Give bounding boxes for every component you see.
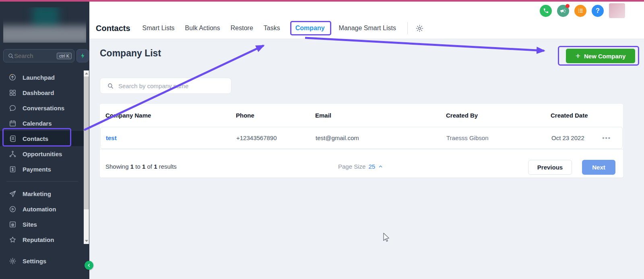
page-title: Contacts — [96, 24, 130, 33]
marketing-icon — [8, 190, 17, 198]
tab-company[interactable]: Company — [295, 25, 325, 32]
contacts-icon — [8, 134, 17, 143]
notification-badge — [566, 4, 570, 8]
sidebar-collapse-button[interactable] — [85, 261, 93, 270]
sidebar-item-contacts[interactable]: Contacts — [0, 131, 84, 146]
tab-smart-lists[interactable]: Smart Lists — [142, 25, 175, 32]
sidebar-item-label: Launchpad — [23, 74, 55, 81]
cell-email: test@gmail.com — [316, 127, 359, 149]
sidebar-item-label: Conversations — [23, 105, 64, 112]
avatar-blur — [609, 3, 625, 18]
table-footer: Showing 1 to 1 of 1 results Page Size 25… — [100, 149, 623, 178]
sidebar-item-dashboard[interactable]: Dashboard — [0, 85, 84, 100]
question-mark-icon: ? — [596, 7, 600, 14]
sidebar-item-label: Contacts — [23, 135, 48, 142]
sidebar-item-calendars[interactable]: Calendars — [0, 116, 84, 131]
tab-company-label: Company — [295, 25, 325, 31]
settings-gear-icon — [8, 257, 17, 265]
sidebar-search[interactable]: ctrl K — [3, 49, 74, 62]
sidebar-item-label: Reputation — [23, 236, 54, 243]
tab-tasks[interactable]: Tasks — [264, 25, 280, 32]
page-size-selector[interactable]: Page Size 25 — [338, 163, 383, 170]
sidebar-item-launchpad[interactable]: Launchpad — [0, 70, 84, 85]
row-actions-ellipsis-icon[interactable]: ••• — [602, 127, 611, 149]
table-header: Company Name Phone Email Created By Crea… — [100, 104, 623, 127]
tab-manage-smart-lists[interactable]: Manage Smart Lists — [339, 25, 396, 32]
search-icon — [107, 83, 114, 89]
scrollbar-thumb[interactable] — [84, 76, 89, 209]
sidebar: ctrl K Launchpad Dashboard — [0, 2, 89, 279]
help-button[interactable]: ? — [592, 5, 604, 17]
sidebar-item-label: Calendars — [23, 120, 52, 127]
conversations-icon — [8, 104, 17, 112]
table-row[interactable]: test +12343567890 test@gmail.com Traesss… — [100, 127, 623, 149]
calendars-icon — [8, 119, 17, 127]
topnav: Contacts Smart Lists Bulk Actions Restor… — [89, 2, 644, 39]
menu-list-button[interactable] — [574, 5, 586, 17]
sidebar-item-automation[interactable]: Automation — [0, 201, 84, 217]
sidebar-item-label: Dashboard — [23, 89, 54, 96]
tabs-row: Contacts Smart Lists Bulk Actions Restor… — [96, 18, 425, 39]
tabs-divider — [407, 22, 408, 34]
tab-bulk-actions[interactable]: Bulk Actions — [185, 25, 220, 32]
phone-button[interactable] — [540, 5, 552, 17]
sidebar-item-conversations[interactable]: Conversations — [0, 100, 84, 116]
sidebar-divider — [6, 181, 78, 182]
cell-created-date: Oct 23 2022 — [551, 127, 584, 149]
next-button[interactable]: Next — [582, 160, 615, 175]
sidebar-item-label: Settings — [23, 258, 46, 265]
sidebar-nav: Launchpad Dashboard Conversations Calend… — [0, 70, 89, 244]
sidebar-item-label: Payments — [23, 166, 51, 173]
chevron-left-icon — [87, 263, 91, 268]
scroll-down-arrow-icon[interactable] — [84, 238, 89, 244]
page-size-value[interactable]: 25 — [368, 163, 375, 170]
logo-blur-bar — [3, 26, 86, 43]
sidebar-item-label: Sites — [23, 221, 37, 228]
col-email: Email — [315, 104, 331, 127]
megaphone-icon — [560, 8, 566, 14]
company-search-input[interactable] — [118, 83, 226, 89]
sidebar-search-input[interactable] — [14, 52, 57, 59]
launchpad-icon — [8, 73, 17, 81]
sidebar-item-marketing[interactable]: Marketing — [0, 186, 84, 201]
new-company-label: New Company — [584, 53, 625, 60]
sidebar-item-settings[interactable]: Settings — [0, 253, 89, 269]
quick-actions-button[interactable] — [76, 49, 89, 62]
sidebar-item-payments[interactable]: Payments — [0, 161, 84, 177]
sidebar-scrollbar[interactable] — [84, 70, 89, 244]
opportunities-icon — [8, 150, 17, 158]
header-icons: ? — [540, 3, 625, 18]
tab-restore[interactable]: Restore — [231, 25, 253, 32]
announcements-button[interactable] — [557, 5, 569, 17]
previous-button[interactable]: Previous — [528, 160, 572, 175]
company-list-heading: Company List — [100, 48, 161, 59]
company-search[interactable] — [100, 78, 231, 94]
col-created-date: Created Date — [551, 104, 588, 127]
new-company-button[interactable]: + New Company — [566, 49, 635, 63]
scroll-up-arrow-icon[interactable] — [84, 71, 89, 76]
tab-settings-gear-icon[interactable] — [415, 23, 425, 33]
logo-blur-blob — [32, 7, 59, 27]
dashboard-icon — [8, 89, 17, 97]
payments-icon — [8, 165, 17, 173]
results-summary: Showing 1 to 1 of 1 results — [105, 163, 177, 170]
main-content: Company List Company Name Phone Email Cr… — [89, 39, 644, 279]
col-phone: Phone — [236, 104, 254, 127]
sidebar-item-opportunities[interactable]: Opportunities — [0, 146, 84, 161]
plus-icon: + — [576, 52, 580, 60]
user-avatar[interactable] — [609, 3, 625, 18]
sidebar-item-label: Automation — [23, 206, 56, 213]
col-company-name: Company Name — [105, 104, 151, 127]
sidebar-item-label: Opportunities — [23, 151, 62, 157]
sites-icon — [8, 220, 17, 228]
sidebar-item-sites[interactable]: Sites — [0, 217, 84, 232]
agency-logo — [3, 7, 86, 43]
search-icon — [8, 53, 14, 59]
sidebar-item-reputation[interactable]: Reputation — [0, 232, 84, 244]
cell-company-name[interactable]: test — [106, 127, 117, 149]
col-created-by: Created By — [446, 104, 478, 127]
lightning-bolt-icon — [80, 52, 86, 59]
app-window: ctrl K Launchpad Dashboard — [0, 0, 644, 279]
list-icon — [578, 8, 584, 14]
page-size-label: Page Size — [338, 163, 365, 170]
